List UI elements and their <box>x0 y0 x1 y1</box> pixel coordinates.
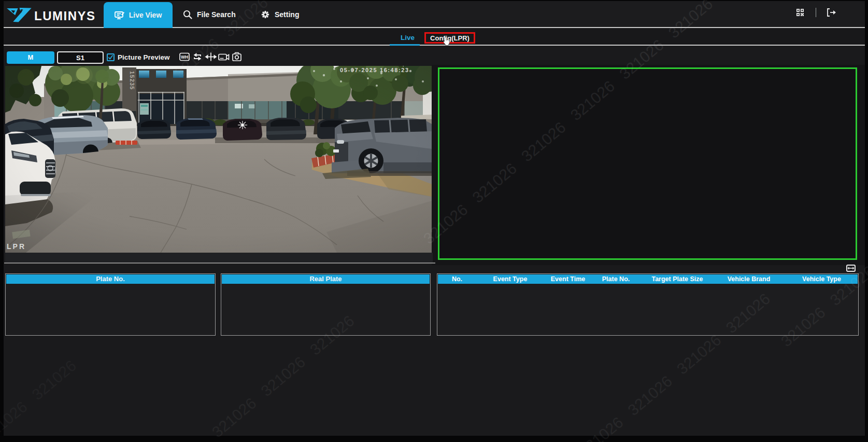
svg-text:WH: WH <box>181 54 188 60</box>
svg-text:LPR: LPR <box>7 242 26 251</box>
svg-text:05-07-2025 16:48:23: 05-07-2025 16:48:23 <box>340 67 409 73</box>
